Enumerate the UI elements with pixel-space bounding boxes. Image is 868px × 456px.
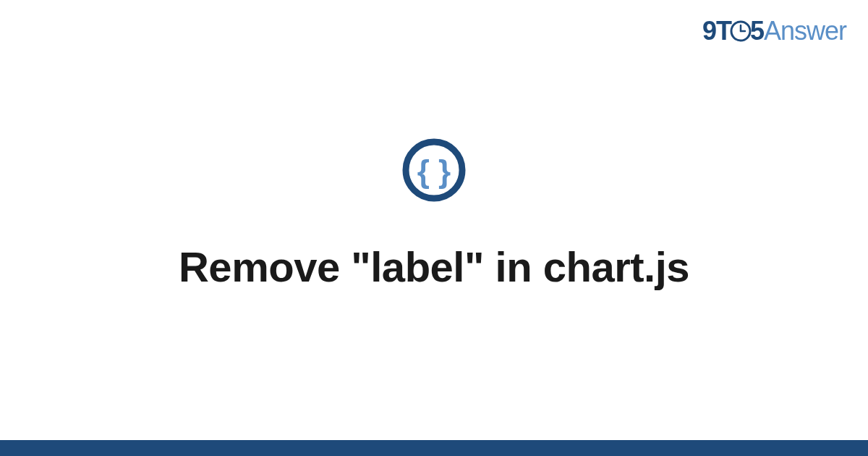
main-content: { } Remove "label" in chart.js: [0, 0, 868, 456]
footer-bar: [0, 440, 868, 456]
braces-icon: { }: [401, 137, 467, 206]
page-title: Remove "label" in chart.js: [179, 242, 689, 291]
svg-text:{ }: { }: [417, 153, 451, 189]
